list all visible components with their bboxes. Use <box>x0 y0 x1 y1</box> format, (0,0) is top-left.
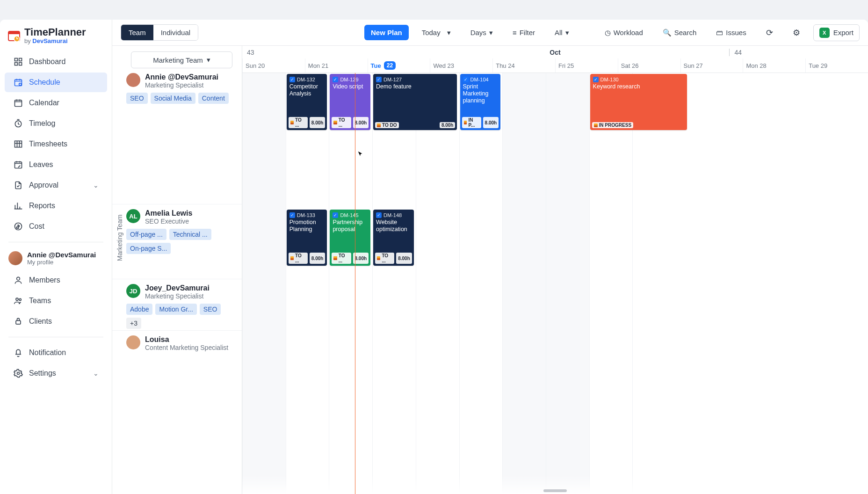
search-button[interactable]: 🔍Search <box>656 25 703 41</box>
view-segment: Team Individual <box>121 24 198 41</box>
person-row[interactable]: Annie @DevSamuraiMarketing SpecialistSEO… <box>112 68 242 204</box>
hours-badge: 8.00h <box>310 117 326 128</box>
vertical-team-label: Marketing Team <box>116 215 123 261</box>
my-profile[interactable]: Annie @DevSamurai My profile <box>0 247 112 269</box>
sidebar-item-members[interactable]: Members <box>5 270 107 290</box>
task-card[interactable]: ✓DM-132Competitor AnalysisTO ...8.00h <box>287 74 327 130</box>
person-role: Content Marketing Specialist <box>145 344 228 351</box>
task-card[interactable]: ✓DM-129Video scriptTO ...8.00h <box>330 74 370 130</box>
day-header[interactable]: Mon 21 <box>305 58 368 73</box>
new-plan-button[interactable]: New Plan <box>364 25 409 40</box>
day-header[interactable]: Fri 25 <box>555 58 618 73</box>
day-header[interactable]: Tue 29 <box>805 58 868 73</box>
granularity-button[interactable]: Days▾ <box>464 25 499 41</box>
chevron-down-icon: ▾ <box>447 29 451 37</box>
excel-icon: X <box>819 28 830 38</box>
task-card[interactable]: ✓DM-130Keyword researchIN PROGRESS <box>590 74 687 130</box>
day-header[interactable]: Sat 26 <box>618 58 680 73</box>
sidebar-item-approval[interactable]: Approval⌄ <box>5 175 107 195</box>
workload-button[interactable]: ◷Workload <box>598 25 650 41</box>
task-card[interactable]: ✓DM-104Sprint Marketing planningIN P...8… <box>460 74 501 130</box>
sidebar-item-settings[interactable]: Settings⌄ <box>5 363 107 383</box>
person-name: Joey_DevSamurai <box>145 284 210 292</box>
task-card[interactable]: ✓DM-133Promotion PlanningTO ...8.00h <box>287 210 327 266</box>
timeline[interactable]: 43 Oct 44 Sun 20Mon 21Tue22Wed 23Thu 24F… <box>242 46 868 494</box>
day-header[interactable]: Sun 20 <box>242 58 305 73</box>
sidebar-item-cost[interactable]: Cost <box>5 217 107 236</box>
day-header[interactable]: Thu 24 <box>492 58 555 73</box>
day-header[interactable]: Tue22 <box>368 58 430 73</box>
clients-icon <box>13 316 23 327</box>
today-button[interactable]: Today▾ <box>415 25 457 41</box>
svg-point-8 <box>19 83 22 86</box>
cost-icon <box>13 221 23 232</box>
all-filter-button[interactable]: All▾ <box>548 25 576 41</box>
person-role: Marketing Specialist <box>145 292 210 300</box>
svg-rect-17 <box>16 320 21 324</box>
task-card[interactable]: ✓DM-145Partnership proposalTO ...8.00h <box>330 210 370 266</box>
skill-tag[interactable]: Adobe <box>126 304 152 315</box>
skill-tag[interactable]: On-page S... <box>126 243 171 254</box>
sidebar-item-notification[interactable]: Notification <box>5 343 107 363</box>
members-icon <box>13 275 23 285</box>
skill-tag[interactable]: Content <box>198 93 229 104</box>
schedule-icon <box>13 77 23 87</box>
person-row[interactable]: JDJoey_DevSamuraiMarketing SpecialistAdo… <box>112 279 242 330</box>
sidebar-item-timesheets[interactable]: Timesheets <box>5 134 107 154</box>
sidebar-item-reports[interactable]: Reports <box>5 196 107 216</box>
skill-more[interactable]: +3 <box>126 318 141 329</box>
view-individual-tab[interactable]: Individual <box>153 25 198 40</box>
sync-button[interactable]: ⟳ <box>760 24 780 42</box>
sidebar-item-schedule[interactable]: Schedule <box>5 73 107 92</box>
sidebar-item-clients[interactable]: Clients <box>5 312 107 331</box>
day-header[interactable]: Wed 23 <box>430 58 492 73</box>
profile-name: Annie @DevSamurai <box>27 251 96 259</box>
task-id: ✓DM-130 <box>593 77 684 82</box>
timesheets-icon <box>13 139 23 149</box>
clock-icon: ◷ <box>605 29 611 37</box>
checkbox-icon: ✓ <box>593 77 599 82</box>
checkbox-icon: ✓ <box>333 77 338 82</box>
person-name: Louisa <box>145 335 228 344</box>
settings-sliders-button[interactable]: ⚙ <box>786 24 807 42</box>
sidebar: TimePlanner by DevSamurai DashboardSched… <box>0 20 112 494</box>
export-button[interactable]: X Export <box>813 24 860 41</box>
person-role: SEO Executive <box>145 218 192 225</box>
sidebar-item-dashboard[interactable]: Dashboard <box>5 52 107 72</box>
avatar <box>126 73 140 87</box>
person-row[interactable]: ALAmelia LewisSEO ExecutiveOff-page ...T… <box>112 204 242 279</box>
issues-button[interactable]: 🗃Issues <box>709 25 752 40</box>
sidebar-item-teams[interactable]: Teams <box>5 291 107 311</box>
team-selector[interactable]: Marketing Team▾ <box>131 51 232 68</box>
task-title: Keyword research <box>593 83 684 90</box>
status-badge: IN PROGRESS <box>592 122 633 128</box>
skill-tag[interactable]: Technical ... <box>169 229 211 240</box>
task-card[interactable]: ✓DM-127Demo featureTO DO8.00h <box>373 74 457 130</box>
task-id: ✓DM-104 <box>463 77 498 82</box>
toolbar: Team Individual New Plan Today▾ Days▾ ≡F… <box>112 20 868 46</box>
task-title: Promotion Planning <box>289 219 325 233</box>
skill-tag[interactable]: SEO <box>200 304 221 315</box>
checkbox-icon: ✓ <box>289 212 295 218</box>
horizontal-splitter[interactable] <box>543 489 567 492</box>
skill-tag[interactable]: SEO <box>126 93 148 104</box>
task-card[interactable]: ✓DM-148Website optimizationTO ...8.00h <box>373 210 414 266</box>
calendar-icon <box>13 98 23 108</box>
skill-tag[interactable]: Off-page ... <box>126 229 166 240</box>
svg-rect-9 <box>15 100 22 106</box>
person-row[interactable]: LouisaContent Marketing Specialist <box>112 330 242 372</box>
chevron-down-icon: ⌄ <box>93 370 99 377</box>
sidebar-item-calendar[interactable]: Calendar <box>5 93 107 113</box>
status-badge: TO DO <box>375 122 398 128</box>
task-title: Partnership proposal <box>333 219 368 233</box>
filter-button[interactable]: ≡Filter <box>506 25 542 40</box>
sidebar-item-leaves[interactable]: Leaves <box>5 155 107 174</box>
avatar <box>8 251 22 265</box>
view-team-tab[interactable]: Team <box>121 25 153 40</box>
day-header[interactable]: Sun 27 <box>680 58 743 73</box>
sidebar-item-timelog[interactable]: Timelog <box>5 114 107 133</box>
status-badge: TO ... <box>332 253 351 264</box>
day-header[interactable]: Mon 28 <box>743 58 805 73</box>
skill-tag[interactable]: Motion Gr... <box>155 304 196 315</box>
skill-tag[interactable]: Social Media <box>151 93 195 104</box>
